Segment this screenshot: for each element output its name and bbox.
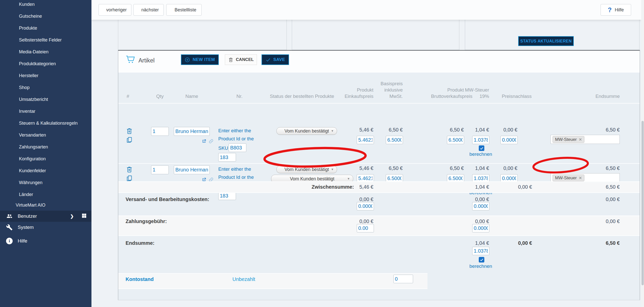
open-product-icon[interactable] <box>202 139 206 144</box>
shipping-purchase-input[interactable] <box>357 202 374 210</box>
sidebar-item-zahlungsarten[interactable]: Zahlungsarten <box>0 141 91 153</box>
delete-item-icon[interactable] <box>126 166 133 173</box>
tax-rule-select[interactable]: MW-Steuer✕ <box>551 173 620 182</box>
new-item-button[interactable]: NEW ITEM <box>181 54 219 65</box>
sidebar-item-selbsterstellte-felder[interactable]: Selbsterstellte Felder <box>0 34 91 46</box>
remove-chip-icon[interactable]: ✕ <box>579 176 582 180</box>
sidebar-item-versandarten[interactable]: Versandarten <box>0 129 91 141</box>
qty-input[interactable] <box>151 127 169 136</box>
previous-button[interactable]: vorheriger <box>99 4 131 16</box>
sidebar-item-virtuemart-aio[interactable]: VirtueMart AIO <box>0 201 91 209</box>
sku-input[interactable] <box>229 143 246 152</box>
order-status-select[interactable]: Vom Kunden bestätigt▾ <box>276 127 337 135</box>
previous-label: vorheriger <box>106 7 127 13</box>
scrollbar-thumb[interactable] <box>641 121 644 285</box>
calc-checkbox[interactable] <box>479 145 484 151</box>
scrollbar[interactable] <box>641 0 644 307</box>
gross-price-input[interactable] <box>447 136 464 144</box>
order-status-select[interactable]: Vom Kunden bestätigt▾ <box>276 166 337 173</box>
order-list-label: Bestellliste <box>175 7 196 13</box>
discount-input[interactable] <box>500 136 518 144</box>
sidebar-item-media-dateien[interactable]: Media-Dateien <box>0 46 91 58</box>
product-name-input[interactable] <box>174 127 210 136</box>
sidebar-item-laender[interactable]: Länder <box>0 189 91 201</box>
discount-value: 0,00 € <box>485 165 517 171</box>
delete-item-icon[interactable] <box>126 127 133 135</box>
items-table: # Qty Name Nr. Status der bestellten Pro… <box>118 73 640 300</box>
row-total-value: 6,50 € <box>582 127 620 133</box>
shipping-label: Versand- und Bearbeitungskosten: <box>126 196 209 202</box>
discount-value: 0,00 € <box>485 127 517 133</box>
account-balance-label[interactable]: Kontostand <box>126 276 154 282</box>
save-label: SAVE <box>273 57 285 62</box>
sidebar-item-produktkategorien[interactable]: Produktkategorien <box>0 58 91 70</box>
col-header-num: # <box>127 93 129 99</box>
calc-checkbox[interactable] <box>479 257 484 262</box>
chevron-down-icon: ▾ <box>331 167 333 171</box>
sidebar-item-umsatzbericht[interactable]: Umsatzbericht <box>0 94 91 105</box>
question-icon: ? <box>608 6 612 14</box>
sidebar-item-hersteller[interactable]: Hersteller <box>0 70 91 82</box>
order-list-button[interactable]: Bestellliste <box>166 4 202 16</box>
account-balance-input[interactable] <box>393 275 413 283</box>
sidebar-item-kunden[interactable]: Kunden <box>0 0 91 10</box>
qty-input[interactable] <box>151 165 169 174</box>
copy-item-icon[interactable] <box>126 175 133 182</box>
calc-label[interactable]: berechnen <box>464 151 497 157</box>
order-info-panel <box>118 20 287 50</box>
product-id-input[interactable] <box>218 153 236 162</box>
product-id-hint: Enter either the Product Id or the <box>218 127 254 143</box>
sidebar-item-label: System <box>18 225 34 230</box>
grand-total-discount: 0,00 € <box>499 240 532 246</box>
payment-fee-tax-input[interactable] <box>472 224 489 232</box>
shipping-tax-input[interactable] <box>472 202 489 210</box>
payment-fee-total: 0,00 € <box>582 218 620 224</box>
billing-panel <box>292 20 459 50</box>
sidebar-item-hilfe[interactable]: i Hilfe <box>0 235 91 247</box>
save-button[interactable]: SAVE <box>261 54 289 65</box>
grand-total-tax-input[interactable] <box>472 247 489 255</box>
subtotal-discount: 0,00 € <box>499 184 532 190</box>
tax-rule-select[interactable]: MW-Steuer✕ <box>551 135 620 144</box>
copy-item-icon[interactable] <box>126 137 133 143</box>
update-status-button[interactable]: STATUS AKTUALISIEREN <box>518 36 574 46</box>
sidebar-item-inventar[interactable]: Inventar <box>0 105 91 117</box>
tax-input[interactable] <box>472 136 489 144</box>
articles-header: Artikel NEW ITEM CANCEL SAVE <box>118 51 640 73</box>
grid-icon[interactable] <box>81 213 87 220</box>
next-button[interactable]: nächster <box>133 4 164 16</box>
wrench-icon <box>6 224 13 231</box>
purchase-price-input[interactable] <box>357 136 374 144</box>
subtotal-total: 6,50 € <box>582 184 620 190</box>
calc-label[interactable]: berechnen <box>464 264 497 269</box>
sidebar-item-steuern[interactable]: Steuern & Kalkulationsregeln <box>0 117 91 129</box>
base-price-input[interactable] <box>386 136 403 144</box>
payment-fee-purchase-input[interactable] <box>357 224 374 232</box>
row-separator <box>118 103 640 104</box>
info-icon: i <box>6 237 13 245</box>
sidebar-item-benutzer[interactable]: Benutzer ❯ <box>0 211 91 222</box>
link-icon[interactable] <box>209 139 213 144</box>
cancel-button[interactable]: CANCEL <box>225 54 257 65</box>
sidebar-item-gutscheine[interactable]: Gutscheine <box>0 10 91 22</box>
order-edit-page: Kunden Gutscheine Produkte Selbsterstell… <box>0 0 644 307</box>
product-name-input[interactable] <box>174 165 210 174</box>
row-separator <box>118 163 640 164</box>
sidebar-item-system[interactable]: System <box>0 222 91 233</box>
help-button[interactable]: ? Hilfe <box>601 4 631 16</box>
sidebar-item-waehrungen[interactable]: Währungen <box>0 177 91 189</box>
col-header-total: Endsumme <box>582 93 620 99</box>
sidebar-item-shop[interactable]: Shop <box>0 82 91 94</box>
shipping-tax: 0,00 € <box>456 196 489 202</box>
sidebar-item-produkte[interactable]: Produkte <box>0 22 91 34</box>
sidebar-item-konfiguration[interactable]: Konfiguration <box>0 153 91 165</box>
remove-chip-icon[interactable]: ✕ <box>579 137 582 142</box>
tax-rule-chip[interactable]: MW-Steuer✕ <box>553 174 584 181</box>
tax-rule-chip[interactable]: MW-Steuer✕ <box>553 136 584 143</box>
col-header-nr: Nr. <box>224 93 255 99</box>
sidebar-item-kundenfelder[interactable]: Kundenfelder <box>0 165 91 177</box>
articles-card: Artikel NEW ITEM CANCEL SAVE # Qty Name … <box>118 50 640 300</box>
help-label: Hilfe <box>615 7 624 13</box>
col-header-discount: Preisnachlass <box>502 93 532 99</box>
trash-icon <box>228 57 233 62</box>
